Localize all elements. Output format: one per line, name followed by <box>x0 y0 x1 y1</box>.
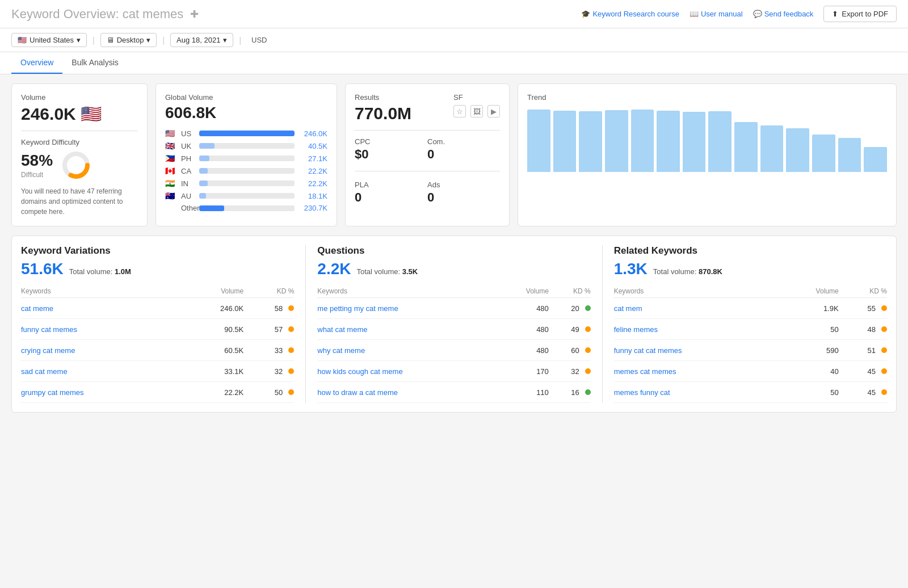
keyword-link[interactable]: me petting my cat meme <box>317 304 398 313</box>
page-title: Keyword Overview: cat memes <box>11 7 183 22</box>
bar-container <box>199 205 295 211</box>
kd-dot <box>288 347 294 353</box>
kd-section: Keyword Difficulty 58% Difficult <box>21 138 138 180</box>
keyword-link[interactable]: grumpy cat memes <box>21 388 84 397</box>
volume-cell: 246.0K <box>183 298 243 319</box>
q-total: Total volume: 3.5K <box>356 267 418 276</box>
volume-cell: 90.5K <box>183 319 243 340</box>
send-feedback-link[interactable]: 💬 Send feedback <box>753 10 814 18</box>
tab-overview[interactable]: Overview <box>11 52 62 74</box>
country-row: 🇬🇧UK40.5K <box>165 141 327 150</box>
keyword-link[interactable]: funny cat memes <box>21 325 77 334</box>
country-row: 🇵🇭PH27.1K <box>165 154 327 163</box>
kv-col-volume: Volume <box>183 285 243 298</box>
bar-fill <box>199 131 295 136</box>
user-manual-link[interactable]: 📖 User manual <box>690 10 743 18</box>
kd-dot <box>585 389 591 395</box>
com-section: Com. 0 <box>427 137 500 162</box>
kd-cell: 51 <box>839 340 887 361</box>
volume-cell: 480 <box>500 298 549 319</box>
kv-total: Total volume: 1.0M <box>69 267 131 276</box>
ads-value: 0 <box>427 190 500 205</box>
results-label: Results <box>355 93 411 102</box>
kv-title: Keyword Variations <box>21 245 294 257</box>
image-icon[interactable]: 🖼 <box>470 105 483 117</box>
global-volume-label: Global Volume <box>165 93 327 102</box>
results-section: Results 770.0M <box>355 93 411 123</box>
kv-col-keywords: Keywords <box>21 285 183 298</box>
keyword-link[interactable]: feline memes <box>614 325 658 334</box>
metrics-cards-row: Volume 246.0K 🇺🇸 Keyword Difficulty 58% … <box>11 83 897 226</box>
kd-cell: 45 <box>839 361 887 382</box>
tab-bar: Overview Bulk Analysis <box>0 52 908 74</box>
device-filter[interactable]: 🖥 Desktop ▾ <box>100 33 157 47</box>
kv-count: 51.6K <box>21 260 64 278</box>
trend-bar <box>683 112 706 172</box>
keyword-link[interactable]: cat meme <box>21 304 53 313</box>
keyword-link[interactable]: how to draw a cat meme <box>317 388 398 397</box>
play-icon[interactable]: ▶ <box>487 105 500 117</box>
keyword-link[interactable]: memes cat memes <box>614 367 676 376</box>
chevron-down-icon-2: ▾ <box>146 36 150 44</box>
rk-col-keywords: Keywords <box>614 285 783 298</box>
keyword-link[interactable]: funny cat cat memes <box>614 346 682 355</box>
trend-bar <box>579 111 602 172</box>
country-code: AU <box>181 192 196 200</box>
keyword-link[interactable]: why cat meme <box>317 346 365 355</box>
keyword-link[interactable]: crying cat meme <box>21 346 75 355</box>
trend-bar <box>553 111 577 172</box>
trend-bars <box>527 104 887 172</box>
volume-cell: 40 <box>783 361 839 382</box>
bar-container <box>199 168 295 174</box>
country-volume: 22.2K <box>298 167 327 175</box>
export-pdf-button[interactable]: ⬆ Export to PDF <box>823 6 897 22</box>
chevron-down-icon-3: ▾ <box>223 36 227 44</box>
volume-cell: 60.5K <box>183 340 243 361</box>
keyword-link[interactable]: memes funny cat <box>614 388 670 397</box>
top-links: 🎓 Keyword Research course 📖 User manual … <box>581 6 897 22</box>
keyword-link[interactable]: cat mem <box>614 304 642 313</box>
pla-section: PLA 0 <box>355 180 427 205</box>
rk-table: Keywords Volume KD % cat mem1.9K55feline… <box>614 285 887 403</box>
kd-dot <box>881 326 887 332</box>
chevron-down-icon: ▾ <box>77 36 81 44</box>
keyword-link[interactable]: sad cat meme <box>21 367 68 376</box>
currency-label: USD <box>251 36 267 44</box>
us-flag-volume: 🇺🇸 <box>81 104 102 124</box>
kd-dot <box>585 305 591 311</box>
volume-cell: 590 <box>783 340 839 361</box>
kd-cell: 58 <box>243 298 294 319</box>
q-count: 2.2K <box>317 260 351 278</box>
country-filter[interactable]: 🇺🇸 United States ▾ <box>11 33 87 47</box>
country-bars: 🇺🇸US246.0K🇬🇧UK40.5K🇵🇭PH27.1K🇨🇦CA22.2K🇮🇳I… <box>165 129 327 212</box>
keyword-research-link[interactable]: 🎓 Keyword Research course <box>581 10 679 18</box>
tab-bulk-analysis[interactable]: Bulk Analysis <box>62 52 127 74</box>
bar-container <box>199 143 295 149</box>
kv-header-row: 51.6K Total volume: 1.0M <box>21 260 294 278</box>
cpc-section: CPC $0 <box>355 137 427 162</box>
country-volume: 230.7K <box>298 204 327 212</box>
country-volume: 246.0K <box>298 129 327 138</box>
book-icon: 📖 <box>690 10 699 18</box>
us-flag: 🇺🇸 <box>18 36 27 44</box>
trend-bar <box>527 110 550 172</box>
star-icon[interactable]: ☆ <box>453 105 466 117</box>
table-row: me petting my cat meme48020 <box>317 298 590 319</box>
export-icon: ⬆ <box>832 10 838 18</box>
country-code: PH <box>181 154 196 163</box>
bar-fill <box>199 156 209 161</box>
keyword-link[interactable]: how kids cough cat meme <box>317 367 402 376</box>
kd-dot <box>881 389 887 395</box>
keyword-link[interactable]: what cat meme <box>317 325 367 334</box>
table-row: funny cat cat memes59051 <box>614 340 887 361</box>
q-col-kd: KD % <box>549 285 591 298</box>
country-flag: 🇮🇳 <box>165 179 178 188</box>
bar-fill <box>199 168 208 174</box>
kd-dot <box>288 305 294 311</box>
add-keyword-icon[interactable]: ✚ <box>190 8 199 20</box>
kd-dot <box>585 326 591 332</box>
kd-difficulty-label: Difficult <box>21 171 53 179</box>
volume-card: Volume 246.0K 🇺🇸 Keyword Difficulty 58% … <box>11 83 148 226</box>
date-filter[interactable]: Aug 18, 2021 ▾ <box>170 33 233 47</box>
volume-label: Volume <box>21 93 138 102</box>
